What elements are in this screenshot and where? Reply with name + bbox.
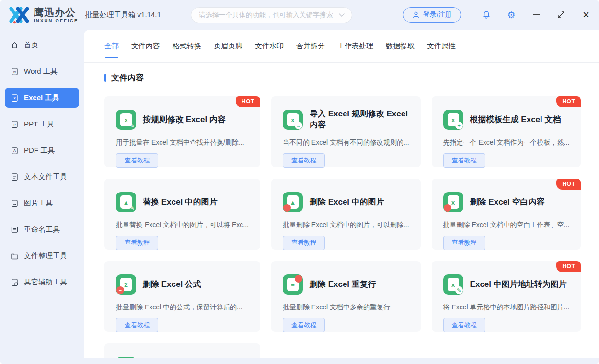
- view-tutorial-button[interactable]: 查看教程: [283, 153, 325, 168]
- shield-doc-icon: [11, 278, 19, 286]
- minus-badge: −: [283, 204, 291, 212]
- card-description: 当不同的 Excel 文档有不同的修改规则的...: [283, 138, 409, 147]
- view-tutorial-button[interactable]: 查看教程: [116, 318, 158, 332]
- sidebar-item-text-file-tools[interactable]: 文本文件工具: [5, 167, 79, 187]
- tab-all[interactable]: 全部: [104, 30, 119, 62]
- card-title: 导入 Excel 规则修改 Excel 内容: [310, 109, 409, 131]
- sidebar-item-file-organize-tools[interactable]: 文件整理工具: [5, 246, 79, 266]
- pdf-doc-icon: A: [11, 147, 19, 155]
- sidebar-item-label: PPT 工具: [24, 120, 54, 129]
- hot-badge: HOT: [236, 96, 260, 107]
- maximize-button[interactable]: [554, 8, 568, 22]
- close-button[interactable]: ×: [579, 8, 593, 22]
- pencil-badge: ✎: [128, 204, 136, 212]
- svg-text:p: p: [13, 122, 15, 126]
- sidebar-item-rename-tools[interactable]: 重命名工具: [5, 219, 79, 239]
- tab-watermark[interactable]: 文件水印: [255, 30, 284, 62]
- tool-card-delete-excel-duplicate-rows[interactable]: ≡ − 删除 Excel 重复行 批量删除 Excel 文档中多余的重复行 查看…: [271, 261, 421, 332]
- tool-card-template-generate-excel[interactable]: HOT x + 根据模板生成 Excel 文档 先指定一个 Excel 文档作为…: [432, 96, 581, 167]
- plus-badge: +: [455, 122, 463, 129]
- minus-badge: −: [116, 286, 124, 294]
- view-tutorial-button[interactable]: 查看教程: [443, 236, 485, 250]
- sidebar-item-image-tools[interactable]: 图片工具: [5, 193, 79, 213]
- card-description: 将 Excel 单元格中的本地图片路径和图片...: [443, 303, 570, 312]
- text-doc-icon: [11, 173, 19, 181]
- sidebar-item-label: 文件整理工具: [24, 251, 67, 261]
- user-icon: [412, 11, 420, 19]
- paperclip-badge: ✎: [455, 286, 463, 294]
- main-panel: 全部 文件内容 格式转换 页眉页脚 文件水印 合并拆分 工作表处理 数据提取 文…: [84, 30, 599, 358]
- sidebar-item-label: 重命名工具: [24, 225, 60, 234]
- tool-card-delete-excel-image[interactable]: ▲ − 删除 Excel 中的图片 批量删除 Excel 文档中的图片，可以删除…: [271, 179, 421, 250]
- card-title: Excel 中图片地址转为图片: [470, 279, 567, 290]
- tab-file-content[interactable]: 文件内容: [131, 30, 160, 62]
- notifications-button[interactable]: [479, 8, 494, 22]
- rule-edit-excel-icon: x ✎: [116, 110, 136, 130]
- function-search-select[interactable]: [191, 7, 352, 23]
- app-window: 鹰迅办公 INXUN OFFICE 批量处理工具箱 v1.14.1 登录/注册: [0, 0, 599, 364]
- card-description: 批量删除 Excel 文档中多余的重复行: [283, 303, 409, 312]
- sidebar-item-label: 首页: [24, 41, 38, 50]
- tab-merge-split[interactable]: 合并拆分: [296, 30, 325, 62]
- app-logo: 鹰迅办公 INXUN OFFICE: [8, 5, 78, 25]
- tool-card-delete-excel-formula[interactable]: Σ − 删除 Excel 公式 批量删除 Excel 中的公式，保留计算后的..…: [104, 261, 260, 332]
- excel-tool-icon: [116, 357, 136, 358]
- svg-text:x: x: [13, 96, 16, 100]
- minimize-button[interactable]: [529, 8, 543, 22]
- app-header: 鹰迅办公 INXUN OFFICE 批量处理工具箱 v1.14.1 登录/注册: [0, 0, 599, 30]
- hot-badge: HOT: [556, 96, 581, 107]
- tab-header-footer[interactable]: 页眉页脚: [214, 30, 242, 62]
- view-tutorial-button[interactable]: 查看教程: [283, 236, 325, 250]
- tab-data-extract[interactable]: 数据提取: [386, 30, 415, 62]
- sidebar-item-label: 其它辅助工具: [24, 278, 67, 287]
- tab-worksheet[interactable]: 工作表处理: [337, 30, 373, 62]
- folder-icon: [11, 252, 19, 260]
- excel-doc-icon: x: [11, 94, 19, 102]
- sidebar-item-excel-tools[interactable]: x Excel 工具: [5, 88, 79, 108]
- card-description: 批量替换 Excel 文档中的图片，可以将 Exc...: [116, 221, 249, 229]
- image-doc-icon: [11, 199, 19, 207]
- tool-card-rule-edit-excel[interactable]: HOT x ✎ 按规则修改 Excel 内容 用于批量在 Excel 文档中查找…: [104, 96, 260, 167]
- sidebar-item-home[interactable]: 首页: [5, 35, 79, 55]
- header-actions: 登录/注册 ⚙ ×: [403, 7, 593, 23]
- sidebar-item-pdf-tools[interactable]: A PDF 工具: [5, 140, 79, 160]
- sidebar-item-word-tools[interactable]: w Word 工具: [5, 61, 79, 81]
- hot-badge: HOT: [556, 179, 581, 190]
- view-tutorial-button[interactable]: 查看教程: [443, 153, 485, 168]
- tool-card-excel-image-url-to-image[interactable]: HOT x ✎ Excel 中图片地址转为图片 将 Excel 单元格中的本地图…: [432, 261, 581, 332]
- delete-excel-blank-icon: x −: [443, 192, 463, 212]
- arrow-badge: →: [295, 122, 302, 129]
- pencil-badge: ✎: [128, 122, 136, 129]
- tab-file-props[interactable]: 文件属性: [427, 30, 456, 62]
- card-title: 删除 Excel 中的图片: [310, 197, 384, 208]
- section-header: 文件内容: [104, 72, 599, 83]
- sidebar-item-label: Word 工具: [24, 67, 58, 76]
- view-tutorial-button[interactable]: 查看教程: [116, 236, 158, 250]
- view-tutorial-button[interactable]: 查看教程: [443, 318, 485, 332]
- view-tutorial-button[interactable]: 查看教程: [283, 318, 325, 332]
- import-rules-excel-icon: x →: [283, 110, 303, 130]
- bell-icon: [482, 11, 491, 19]
- excel-image-url-to-image-icon: x ✎: [443, 274, 463, 295]
- settings-button[interactable]: ⚙: [504, 8, 518, 22]
- tool-card-delete-excel-blank[interactable]: HOT x − 删除 Excel 空白内容 批量删除 Excel 文档中的空白工…: [432, 179, 581, 250]
- tool-card-replace-excel-image[interactable]: ▲ ✎ 替换 Excel 中的图片 批量替换 Excel 文档中的图片，可以将 …: [104, 179, 260, 250]
- rename-icon: [11, 226, 19, 234]
- sidebar-item-other-tools[interactable]: 其它辅助工具: [5, 272, 79, 292]
- word-doc-icon: w: [11, 68, 19, 76]
- delete-excel-duplicate-rows-icon: ≡ −: [283, 274, 303, 295]
- card-description: 用于批量在 Excel 文档中查找并替换/删除...: [116, 138, 249, 147]
- ppt-doc-icon: p: [11, 120, 19, 128]
- tool-card-partial[interactable]: [104, 343, 260, 358]
- tab-format-convert[interactable]: 格式转换: [173, 30, 201, 62]
- card-description: 先指定一个 Excel 文档作为一个模板，然...: [443, 138, 570, 147]
- search-input[interactable]: [191, 7, 352, 23]
- view-tutorial-button[interactable]: 查看教程: [116, 153, 158, 168]
- tool-card-import-rules-excel[interactable]: x → 导入 Excel 规则修改 Excel 内容 当不同的 Excel 文档…: [271, 96, 421, 167]
- delete-excel-image-icon: ▲ −: [283, 192, 303, 212]
- sidebar-item-label: 文本文件工具: [24, 172, 67, 182]
- sidebar-item-ppt-tools[interactable]: p PPT 工具: [5, 114, 79, 134]
- svg-text:w: w: [13, 69, 16, 74]
- login-register-button[interactable]: 登录/注册: [403, 7, 461, 23]
- close-icon: ×: [583, 9, 589, 21]
